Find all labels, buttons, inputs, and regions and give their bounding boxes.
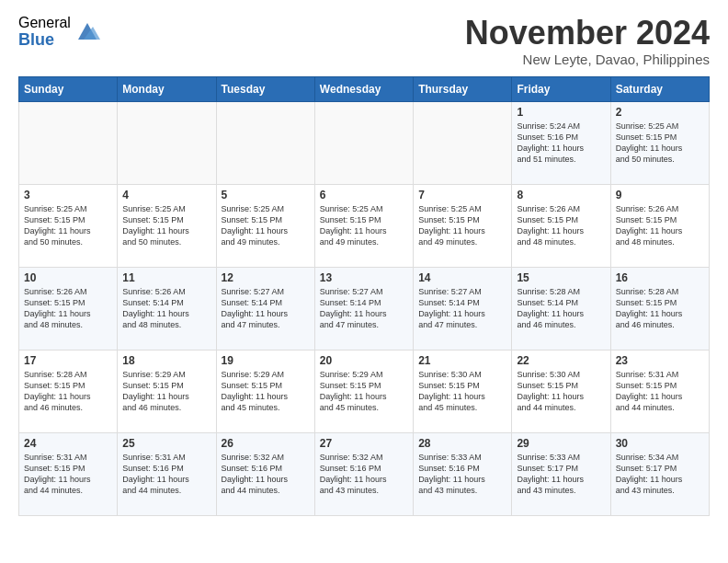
calendar-cell-11: 11Sunrise: 5:26 AM Sunset: 5:14 PM Dayli…: [118, 267, 216, 350]
day-info: Sunrise: 5:29 AM Sunset: 5:15 PM Dayligh…: [122, 369, 210, 414]
day-number: 23: [616, 354, 704, 367]
calendar-cell-28: 28Sunrise: 5:33 AM Sunset: 5:16 PM Dayli…: [414, 432, 512, 515]
day-number: 2: [616, 106, 704, 119]
calendar-table: SundayMondayTuesdayWednesdayThursdayFrid…: [18, 76, 710, 516]
calendar-cell-3: 3Sunrise: 5:25 AM Sunset: 5:15 PM Daylig…: [19, 184, 118, 267]
calendar-cell-20: 20Sunrise: 5:29 AM Sunset: 5:15 PM Dayli…: [314, 350, 413, 432]
day-info: Sunrise: 5:33 AM Sunset: 5:17 PM Dayligh…: [517, 452, 605, 497]
calendar-cell-2: 2Sunrise: 5:25 AM Sunset: 5:15 PM Daylig…: [610, 101, 709, 184]
day-info: Sunrise: 5:32 AM Sunset: 5:16 PM Dayligh…: [222, 452, 310, 497]
calendar-cell-empty: [414, 101, 512, 184]
day-header-monday: Monday: [118, 76, 216, 101]
day-info: Sunrise: 5:25 AM Sunset: 5:15 PM Dayligh…: [222, 203, 310, 248]
day-number: 26: [222, 437, 310, 450]
day-info: Sunrise: 5:27 AM Sunset: 5:14 PM Dayligh…: [418, 286, 506, 331]
day-number: 14: [418, 271, 506, 284]
day-info: Sunrise: 5:26 AM Sunset: 5:15 PM Dayligh…: [24, 286, 112, 331]
calendar-header: SundayMondayTuesdayWednesdayThursdayFrid…: [19, 76, 710, 101]
day-info: Sunrise: 5:33 AM Sunset: 5:16 PM Dayligh…: [418, 452, 506, 497]
calendar-cell-26: 26Sunrise: 5:32 AM Sunset: 5:16 PM Dayli…: [216, 432, 314, 515]
day-info: Sunrise: 5:28 AM Sunset: 5:15 PM Dayligh…: [24, 369, 112, 414]
calendar-cell-6: 6Sunrise: 5:25 AM Sunset: 5:15 PM Daylig…: [314, 184, 413, 267]
calendar-cell-19: 19Sunrise: 5:29 AM Sunset: 5:15 PM Dayli…: [216, 350, 314, 432]
day-info: Sunrise: 5:26 AM Sunset: 5:15 PM Dayligh…: [517, 203, 605, 248]
calendar-cell-12: 12Sunrise: 5:27 AM Sunset: 5:14 PM Dayli…: [216, 267, 314, 350]
day-info: Sunrise: 5:25 AM Sunset: 5:15 PM Dayligh…: [320, 203, 408, 248]
day-number: 1: [517, 106, 605, 119]
logo-blue: Blue: [18, 31, 71, 50]
day-number: 10: [24, 271, 112, 284]
week-row-3: 10Sunrise: 5:26 AM Sunset: 5:15 PM Dayli…: [19, 267, 710, 350]
day-info: Sunrise: 5:30 AM Sunset: 5:15 PM Dayligh…: [418, 369, 506, 414]
calendar-cell-13: 13Sunrise: 5:27 AM Sunset: 5:14 PM Dayli…: [314, 267, 413, 350]
calendar-cell-empty: [118, 101, 216, 184]
header: General Blue November 2024 New Leyte, Da…: [18, 15, 710, 67]
day-number: 27: [320, 437, 408, 450]
logo-text: General Blue: [18, 15, 71, 49]
calendar-cell-empty: [314, 101, 413, 184]
day-info: Sunrise: 5:29 AM Sunset: 5:15 PM Dayligh…: [222, 369, 310, 414]
day-number: 22: [517, 354, 605, 367]
logo-icon: [74, 19, 100, 45]
calendar-cell-empty: [19, 101, 118, 184]
calendar-cell-21: 21Sunrise: 5:30 AM Sunset: 5:15 PM Dayli…: [414, 350, 512, 432]
day-info: Sunrise: 5:28 AM Sunset: 5:14 PM Dayligh…: [517, 286, 605, 331]
week-row-5: 24Sunrise: 5:31 AM Sunset: 5:15 PM Dayli…: [19, 432, 710, 515]
day-info: Sunrise: 5:34 AM Sunset: 5:17 PM Dayligh…: [616, 452, 704, 497]
month-title: November 2024: [465, 15, 710, 52]
day-number: 5: [222, 189, 310, 201]
day-info: Sunrise: 5:26 AM Sunset: 5:14 PM Dayligh…: [122, 286, 210, 331]
calendar-body: 1Sunrise: 5:24 AM Sunset: 5:16 PM Daylig…: [19, 101, 710, 515]
day-info: Sunrise: 5:28 AM Sunset: 5:15 PM Dayligh…: [616, 286, 704, 331]
day-number: 28: [418, 437, 506, 450]
day-header-tuesday: Tuesday: [216, 76, 314, 101]
day-info: Sunrise: 5:27 AM Sunset: 5:14 PM Dayligh…: [320, 286, 408, 331]
day-info: Sunrise: 5:31 AM Sunset: 5:15 PM Dayligh…: [24, 452, 112, 497]
day-number: 19: [222, 354, 310, 367]
day-info: Sunrise: 5:26 AM Sunset: 5:15 PM Dayligh…: [616, 203, 704, 248]
week-row-2: 3Sunrise: 5:25 AM Sunset: 5:15 PM Daylig…: [19, 184, 710, 267]
day-info: Sunrise: 5:25 AM Sunset: 5:15 PM Dayligh…: [418, 203, 506, 248]
day-number: 15: [517, 271, 605, 284]
day-info: Sunrise: 5:31 AM Sunset: 5:16 PM Dayligh…: [122, 452, 210, 497]
day-header-wednesday: Wednesday: [314, 76, 413, 101]
day-number: 21: [418, 354, 506, 367]
day-number: 11: [122, 271, 210, 284]
calendar-cell-27: 27Sunrise: 5:32 AM Sunset: 5:16 PM Dayli…: [314, 432, 413, 515]
calendar-cell-10: 10Sunrise: 5:26 AM Sunset: 5:15 PM Dayli…: [19, 267, 118, 350]
day-number: 12: [222, 271, 310, 284]
day-number: 7: [418, 189, 506, 201]
week-row-4: 17Sunrise: 5:28 AM Sunset: 5:15 PM Dayli…: [19, 350, 710, 432]
calendar-cell-9: 9Sunrise: 5:26 AM Sunset: 5:15 PM Daylig…: [610, 184, 709, 267]
logo-area: General Blue: [18, 15, 100, 49]
day-header-friday: Friday: [512, 76, 610, 101]
logo-general: General: [18, 15, 71, 31]
days-of-week-row: SundayMondayTuesdayWednesdayThursdayFrid…: [19, 76, 710, 101]
calendar-cell-30: 30Sunrise: 5:34 AM Sunset: 5:17 PM Dayli…: [610, 432, 709, 515]
day-info: Sunrise: 5:30 AM Sunset: 5:15 PM Dayligh…: [517, 369, 605, 414]
day-number: 13: [320, 271, 408, 284]
page: General Blue November 2024 New Leyte, Da…: [0, 0, 728, 531]
day-number: 20: [320, 354, 408, 367]
day-info: Sunrise: 5:32 AM Sunset: 5:16 PM Dayligh…: [320, 452, 408, 497]
calendar-cell-23: 23Sunrise: 5:31 AM Sunset: 5:15 PM Dayli…: [610, 350, 709, 432]
calendar-cell-1: 1Sunrise: 5:24 AM Sunset: 5:16 PM Daylig…: [512, 101, 610, 184]
location-title: New Leyte, Davao, Philippines: [465, 52, 710, 67]
calendar-cell-22: 22Sunrise: 5:30 AM Sunset: 5:15 PM Dayli…: [512, 350, 610, 432]
calendar-cell-24: 24Sunrise: 5:31 AM Sunset: 5:15 PM Dayli…: [19, 432, 118, 515]
calendar-cell-7: 7Sunrise: 5:25 AM Sunset: 5:15 PM Daylig…: [414, 184, 512, 267]
day-number: 18: [122, 354, 210, 367]
day-info: Sunrise: 5:27 AM Sunset: 5:14 PM Dayligh…: [222, 286, 310, 331]
day-number: 29: [517, 437, 605, 450]
day-info: Sunrise: 5:25 AM Sunset: 5:15 PM Dayligh…: [24, 203, 112, 248]
week-row-1: 1Sunrise: 5:24 AM Sunset: 5:16 PM Daylig…: [19, 101, 710, 184]
day-info: Sunrise: 5:31 AM Sunset: 5:15 PM Dayligh…: [616, 369, 704, 414]
day-number: 3: [24, 189, 112, 201]
calendar-cell-8: 8Sunrise: 5:26 AM Sunset: 5:15 PM Daylig…: [512, 184, 610, 267]
day-header-thursday: Thursday: [414, 76, 512, 101]
day-number: 17: [24, 354, 112, 367]
day-info: Sunrise: 5:24 AM Sunset: 5:16 PM Dayligh…: [517, 121, 605, 166]
day-header-saturday: Saturday: [610, 76, 709, 101]
title-area: November 2024 New Leyte, Davao, Philippi…: [465, 15, 710, 67]
calendar-cell-29: 29Sunrise: 5:33 AM Sunset: 5:17 PM Dayli…: [512, 432, 610, 515]
